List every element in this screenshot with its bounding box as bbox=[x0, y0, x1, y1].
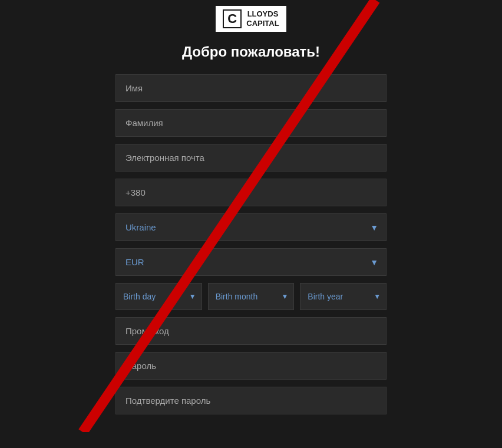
logo-text: LLOYDS CAPITAL bbox=[246, 9, 279, 28]
logo-icon: C bbox=[223, 9, 242, 28]
page-title: Добро пожаловать! bbox=[182, 44, 320, 60]
birth-year-wrapper: Birth year ▼ bbox=[300, 283, 387, 310]
promo-code-input[interactable] bbox=[115, 317, 387, 345]
birth-day-select[interactable]: Birth day bbox=[115, 283, 202, 310]
country-wrapper: Ukraine ▼ bbox=[115, 213, 387, 241]
currency-wrapper: EUR ▼ bbox=[115, 248, 387, 276]
confirm-password-input[interactable] bbox=[115, 387, 387, 414]
birth-month-select[interactable]: Birth month bbox=[208, 283, 295, 310]
page-wrapper: C LLOYDS CAPITAL Добро пожаловать! Ukrai… bbox=[0, 0, 502, 432]
birth-date-row: Birth day ▼ Birth month ▼ Birth year ▼ bbox=[115, 283, 387, 310]
email-input[interactable] bbox=[115, 144, 387, 172]
birth-day-wrapper: Birth day ▼ bbox=[115, 283, 202, 310]
birth-year-select[interactable]: Birth year bbox=[300, 283, 387, 310]
password-input[interactable] bbox=[115, 352, 387, 380]
last-name-input[interactable] bbox=[115, 109, 387, 137]
birth-month-wrapper: Birth month ▼ bbox=[208, 283, 295, 310]
currency-select[interactable]: EUR bbox=[115, 248, 387, 276]
registration-form: Ukraine ▼ EUR ▼ Birth day ▼ Birth mon bbox=[115, 74, 387, 414]
logo-container: C LLOYDS CAPITAL bbox=[216, 6, 286, 32]
first-name-input[interactable] bbox=[115, 74, 387, 102]
logo-box: C LLOYDS CAPITAL bbox=[216, 6, 286, 32]
country-select[interactable]: Ukraine bbox=[115, 213, 387, 241]
phone-input[interactable] bbox=[115, 179, 387, 206]
